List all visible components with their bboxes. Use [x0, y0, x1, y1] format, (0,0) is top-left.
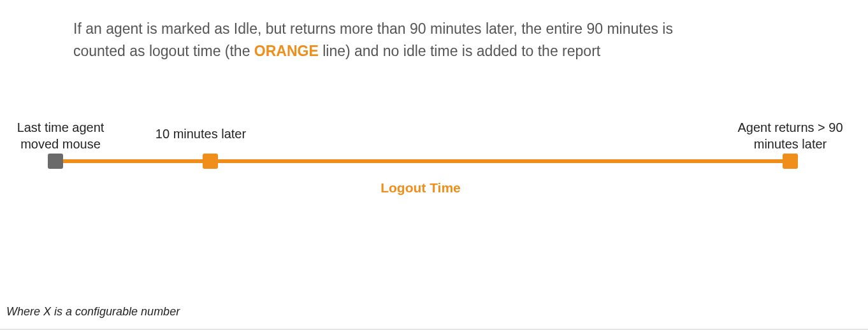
- timeline-marker-end: [783, 154, 798, 169]
- description-highlight: ORANGE: [254, 43, 319, 59]
- footnote-text: Where X is a configurable number: [6, 305, 180, 319]
- timeline-label-start: Last time agent moved mouse: [6, 119, 115, 152]
- timeline-diagram: Last time agent moved mouse 10 minutes l…: [0, 105, 868, 233]
- description-text: If an agent is marked as Idle, but retur…: [73, 18, 711, 62]
- timeline-segment-label-logout: Logout Time: [357, 180, 484, 196]
- timeline-label-idle: 10 minutes later: [137, 126, 264, 142]
- timeline-marker-idle: [203, 154, 218, 169]
- timeline-marker-start: [48, 154, 63, 169]
- timeline-label-end: Agent returns > 90 minutes later: [727, 119, 854, 152]
- timeline-line-logout: [56, 159, 789, 163]
- description-after: line) and no idle time is added to the r…: [322, 43, 600, 59]
